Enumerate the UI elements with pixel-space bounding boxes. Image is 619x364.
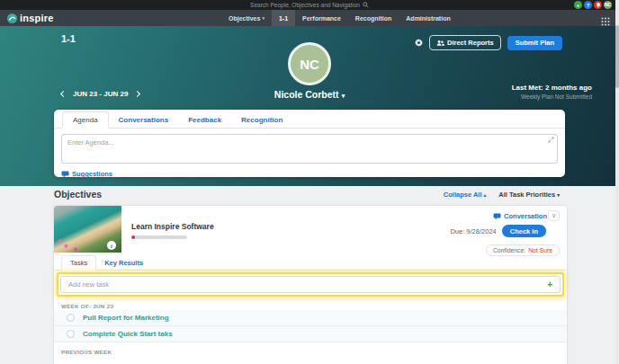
caret-down-icon: ▾ (342, 93, 345, 99)
tab-feedback[interactable]: Feedback (178, 112, 231, 128)
hero-header: 1-1 Direct Reports Submit Plan NC Nicole… (0, 26, 619, 186)
nav-administration[interactable]: Administration (399, 10, 457, 26)
objective-progress-bar (131, 235, 187, 239)
add-button[interactable]: + (574, 1, 582, 9)
people-icon (436, 40, 444, 47)
task-checkbox[interactable] (67, 330, 75, 338)
tab-conversations[interactable]: Conversations (109, 112, 179, 128)
help-button[interactable]: ? (584, 1, 592, 9)
nav-recognition[interactable]: Recognition (348, 10, 399, 26)
tab-tasks[interactable]: Tasks (61, 255, 96, 271)
tab-recognition[interactable]: Recognition (231, 112, 292, 128)
agenda-card: Agenda Conversations Feedback Recognitio… (54, 110, 565, 177)
chat-bubble-icon (493, 213, 501, 220)
tab-agenda[interactable]: Agenda (62, 111, 109, 129)
search-icon (363, 2, 369, 8)
task-checkbox[interactable] (67, 314, 75, 322)
expand-icon[interactable] (548, 137, 554, 143)
brand-name: inspire (20, 13, 53, 23)
week-navigator: JUN 23 - JUN 29 (61, 90, 139, 98)
caret-down-icon: ▾ (262, 15, 265, 21)
week-of-label: WEEK OF: JUN 23 (61, 303, 113, 309)
agenda-tabs: Agenda Conversations Feedback Recognitio… (54, 110, 565, 129)
page: Search People, Objectives and Navigation… (0, 0, 619, 364)
prev-week-button[interactable] (60, 91, 67, 97)
search-placeholder: Search People, Objectives and Navigation (250, 2, 360, 8)
user-avatar[interactable]: NC (604, 1, 612, 9)
hero-actions: Direct Reports Submit Plan (415, 35, 562, 50)
objectives-heading: Objectives (54, 189, 102, 200)
date-range-label: JUN 23 - JUN 29 (73, 90, 128, 98)
tab-key-results[interactable]: Key Results (96, 256, 151, 270)
weekly-plan-status: Weekly Plan Not Submitted (512, 93, 592, 100)
nav-objectives[interactable]: Objectives ▾ (221, 10, 272, 26)
add-task-highlight: + (57, 272, 564, 297)
scrollbar[interactable] (615, 0, 619, 364)
task-row[interactable]: Complete Quick Start taks (54, 326, 567, 342)
submit-plan-button[interactable]: Submit Plan (507, 36, 562, 50)
objectives-section-header: Objectives Collapse All ▴ All Task Prior… (54, 189, 560, 200)
page-title: 1-1 (61, 33, 76, 44)
inspire-logo-icon (7, 13, 17, 23)
main-nav: inspire Objectives ▾ 1-1 Performance Rec… (0, 10, 619, 26)
objective-card: i Learn Inspire Software Conversation ∨ … (54, 206, 567, 364)
nav-performance[interactable]: Performance (295, 10, 348, 26)
direct-reports-button[interactable]: Direct Reports (429, 35, 501, 50)
top-utility-bar: Search People, Objectives and Navigation… (0, 0, 619, 10)
objective-title[interactable]: Learn Inspire Software (131, 222, 214, 231)
conversation-link[interactable]: Conversation (493, 212, 547, 220)
task-label[interactable]: Pull Report for Marketing (83, 314, 169, 322)
confidence-badge: Confidence: Not Sure (486, 244, 560, 256)
suggestions-link[interactable]: Suggestions (61, 170, 558, 178)
check-in-button[interactable]: Check In (502, 225, 546, 237)
info-icon[interactable]: i (107, 241, 116, 250)
add-task-field: + (60, 276, 561, 293)
add-task-plus-icon[interactable]: + (547, 280, 552, 289)
topbar-actions: + ? NC (574, 1, 612, 9)
brand-logo[interactable]: inspire (7, 10, 53, 26)
task-priorities-dropdown[interactable]: All Task Priorities ▾ (498, 191, 560, 199)
objective-progress-fill (131, 235, 135, 239)
global-search-input[interactable]: Search People, Objectives and Navigation (250, 2, 369, 8)
caret-down-icon: ▾ (557, 192, 560, 198)
collapse-objective-button[interactable]: ∨ (548, 210, 560, 221)
chat-bubble-icon (61, 171, 69, 178)
next-week-button[interactable] (134, 91, 140, 97)
profile-avatar[interactable]: NC (288, 42, 331, 85)
last-met-info: Last Met: 2 months ago Weekly Plan Not S… (512, 84, 592, 100)
task-label[interactable]: Complete Quick Start taks (83, 330, 173, 338)
task-row[interactable]: Pull Report for Marketing (54, 310, 567, 326)
notifications-bell-icon[interactable] (594, 1, 602, 9)
previous-week-label: PREVIOUS WEEK (61, 349, 112, 355)
add-task-input[interactable] (68, 280, 547, 289)
objective-tabs: Tasks Key Results (54, 256, 567, 271)
nav-links: Objectives ▾ 1-1 Performance Recognition… (221, 10, 458, 26)
due-date: Due: 9/28/2024 (450, 227, 496, 235)
caret-up-icon: ▴ (484, 192, 487, 198)
scrollbar-thumb[interactable] (615, 25, 619, 88)
last-met-label: Last Met: 2 months ago (512, 84, 592, 92)
agenda-textarea[interactable] (61, 134, 558, 164)
collapse-all-link[interactable]: Collapse All ▴ (444, 191, 487, 199)
settings-gear-icon[interactable] (415, 39, 423, 47)
nav-1-1[interactable]: 1-1 (272, 10, 295, 26)
